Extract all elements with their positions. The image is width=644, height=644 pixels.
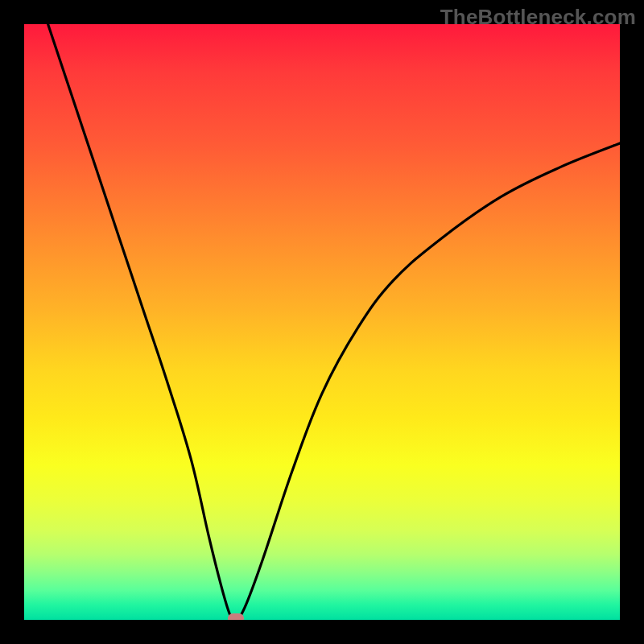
plot-area	[24, 24, 620, 620]
bottleneck-curve	[48, 24, 620, 620]
curve-svg	[24, 24, 620, 620]
optimal-point-marker	[228, 613, 244, 620]
chart-frame: TheBottleneck.com	[0, 0, 644, 644]
